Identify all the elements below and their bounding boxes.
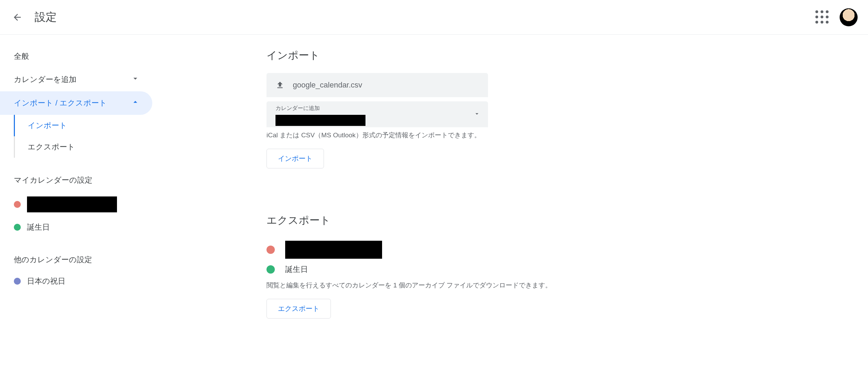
redacted-label <box>285 241 382 259</box>
sidebar: 全般 カレンダーを追加 インポート / エクスポート インポート エクスポート … <box>0 35 152 319</box>
file-upload-field[interactable]: google_calendar.csv <box>266 73 488 97</box>
calendar-select-dropdown[interactable]: カレンダーに追加 <box>266 101 488 127</box>
back-button[interactable] <box>10 10 24 24</box>
calendar-color-dot <box>266 265 275 274</box>
calendar-color-dot <box>266 246 275 254</box>
chevron-down-icon <box>131 74 140 85</box>
sidebar-item-label: 日本の祝日 <box>27 276 65 286</box>
sidebar-item-label: エクスポート <box>28 142 75 152</box>
export-helper-text: 閲覧と編集を行えるすべてのカレンダーを 1 個のアーカイブ ファイルでダウンロー… <box>266 281 868 290</box>
dropdown-label: カレンダーに追加 <box>275 105 479 112</box>
file-upload-row: google_calendar.csv <box>266 73 488 97</box>
avatar[interactable] <box>840 8 858 26</box>
export-title: エクスポート <box>266 213 868 228</box>
export-calendar-item: 誕生日 <box>266 261 868 277</box>
chevron-up-icon <box>131 98 140 109</box>
header-bar: 設定 <box>0 0 868 35</box>
dropdown-arrow-icon <box>473 110 480 119</box>
main-content: インポート google_calendar.csv カレンダーに追加 iCal … <box>152 35 868 319</box>
sidebar-item-general[interactable]: 全般 <box>0 45 152 68</box>
upload-icon <box>275 81 284 90</box>
page-title: 設定 <box>35 10 57 25</box>
sidebar-subitem-export[interactable]: エクスポート <box>0 136 152 158</box>
import-button[interactable]: インポート <box>266 149 324 168</box>
sidebar-item-label: 誕生日 <box>27 222 50 232</box>
sidebar-calendar-item[interactable]: 誕生日 <box>0 217 152 237</box>
sidebar-item-import-export[interactable]: インポート / エクスポート <box>0 91 152 115</box>
sidebar-item-add-calendar[interactable]: カレンダーを追加 <box>0 68 152 91</box>
export-calendar-label: 誕生日 <box>285 264 308 275</box>
content: 全般 カレンダーを追加 インポート / エクスポート インポート エクスポート … <box>0 35 868 319</box>
redacted-label <box>275 115 365 126</box>
sidebar-item-label: カレンダーを追加 <box>14 74 76 85</box>
sidebar-item-label: インポート <box>28 120 67 131</box>
sidebar-calendar-item[interactable] <box>0 192 152 217</box>
sidebar-section-other-calendars: 他のカレンダーの設定 <box>0 237 152 271</box>
file-name: google_calendar.csv <box>293 81 362 90</box>
button-label: インポート <box>278 154 313 163</box>
export-button[interactable]: エクスポート <box>266 299 331 319</box>
export-section: エクスポート 誕生日 閲覧と編集を行えるすべてのカレンダーを 1 個のアーカイブ… <box>266 213 868 319</box>
export-calendar-item <box>266 238 868 261</box>
calendar-color-dot <box>14 201 21 208</box>
sidebar-subitem-import[interactable]: インポート <box>0 115 152 136</box>
redacted-label <box>27 196 117 212</box>
calendar-color-dot <box>14 278 21 285</box>
dropdown-value <box>275 112 479 127</box>
sidebar-calendar-item[interactable]: 日本の祝日 <box>0 271 152 291</box>
sidebar-item-label: インポート / エクスポート <box>14 98 107 108</box>
apps-icon[interactable] <box>815 10 829 24</box>
import-title: インポート <box>266 48 868 63</box>
import-helper-text: iCal または CSV（MS Outlook）形式の予定情報をインポートできま… <box>266 131 868 140</box>
calendar-color-dot <box>14 224 21 231</box>
button-label: エクスポート <box>278 304 319 313</box>
sidebar-item-label: 全般 <box>14 51 29 62</box>
arrow-left-icon <box>12 12 22 22</box>
header-left: 設定 <box>10 10 57 25</box>
sidebar-section-my-calendars: マイカレンダーの設定 <box>0 158 152 192</box>
header-right <box>815 8 858 26</box>
import-section: インポート google_calendar.csv カレンダーに追加 iCal … <box>266 48 868 168</box>
